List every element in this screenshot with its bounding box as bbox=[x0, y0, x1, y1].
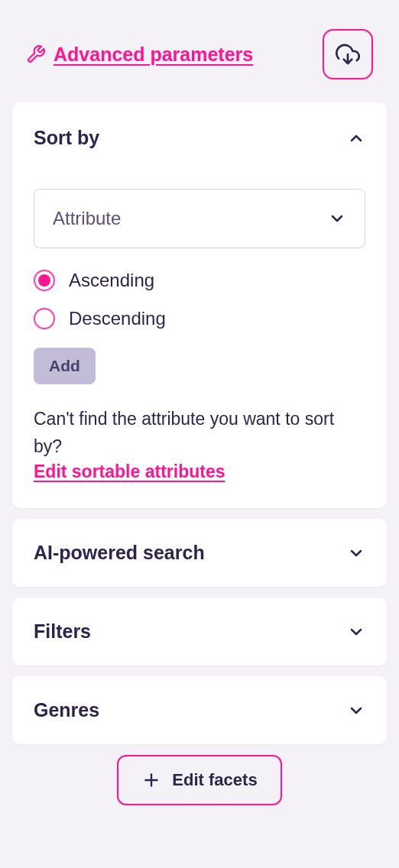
ai-powered-search-header[interactable]: AI-powered search bbox=[12, 519, 387, 587]
genres-title: Genres bbox=[34, 699, 99, 721]
radio-indicator bbox=[34, 308, 55, 329]
ascending-label: Ascending bbox=[69, 270, 154, 291]
genres-header[interactable]: Genres bbox=[12, 676, 387, 744]
plus-icon bbox=[141, 770, 161, 790]
advanced-parameters-link[interactable]: Advanced parameters bbox=[26, 44, 253, 66]
filters-header[interactable]: Filters bbox=[12, 598, 387, 666]
ai-powered-search-title: AI-powered search bbox=[34, 542, 205, 564]
sort-by-title: Sort by bbox=[34, 127, 99, 149]
descending-label: Descending bbox=[69, 308, 166, 329]
advanced-parameters-label: Advanced parameters bbox=[54, 44, 253, 66]
sort-by-header[interactable]: Sort by bbox=[12, 102, 387, 173]
sort-by-section: Sort by Attribute Ascending Descending A… bbox=[12, 102, 387, 508]
chevron-up-icon bbox=[347, 129, 365, 147]
chevron-down-icon bbox=[347, 544, 365, 562]
sort-order-radio-group: Ascending Descending bbox=[34, 270, 365, 329]
descending-radio[interactable]: Descending bbox=[34, 308, 365, 329]
wrench-icon bbox=[26, 44, 46, 64]
download-button[interactable] bbox=[323, 29, 373, 79]
attribute-select-value: Attribute bbox=[53, 208, 121, 229]
radio-indicator bbox=[34, 270, 55, 291]
chevron-down-icon bbox=[347, 701, 365, 720]
ai-powered-search-section: AI-powered search bbox=[12, 519, 387, 587]
chevron-down-icon bbox=[328, 209, 346, 228]
edit-facets-button[interactable]: Edit facets bbox=[117, 755, 281, 805]
ascending-radio[interactable]: Ascending bbox=[34, 270, 365, 291]
attribute-select[interactable]: Attribute bbox=[34, 189, 365, 248]
edit-sortable-attributes-link[interactable]: Edit sortable attributes bbox=[34, 462, 225, 481]
cloud-download-icon bbox=[336, 42, 360, 66]
genres-section: Genres bbox=[12, 676, 387, 744]
filters-section: Filters bbox=[12, 598, 387, 666]
filters-title: Filters bbox=[34, 620, 91, 643]
chevron-down-icon bbox=[347, 623, 365, 641]
help-text: Can't find the attribute you want to sor… bbox=[34, 406, 365, 460]
add-button[interactable]: Add bbox=[34, 348, 96, 384]
edit-facets-label: Edit facets bbox=[172, 770, 257, 790]
